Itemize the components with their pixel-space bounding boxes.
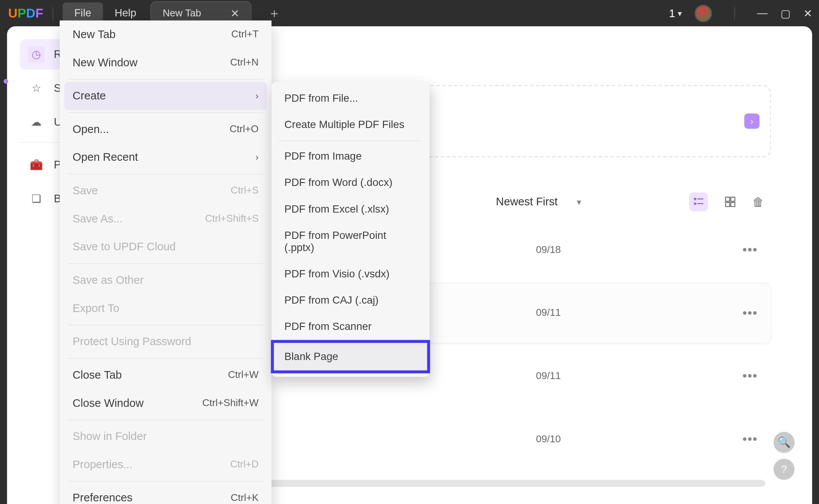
menu-item-save: SaveCtrl+S [60, 177, 272, 205]
svg-rect-4 [726, 197, 730, 202]
more-icon[interactable]: ••• [742, 369, 758, 384]
chevron-right-icon: › [256, 152, 259, 163]
chevron-right-icon: › [256, 91, 259, 101]
menu-item-open[interactable]: Open...Ctrl+O [60, 115, 272, 144]
notification-count[interactable]: 1 ▾ [669, 7, 681, 20]
menu-item-open-recent[interactable]: Open Recent› [60, 143, 272, 171]
menu-item-label: Close Tab [72, 369, 122, 382]
menu-item-label: Save [72, 184, 98, 197]
menu-item-label: Properties... [72, 458, 132, 471]
menu-item-label: Open... [72, 123, 109, 136]
menu-item-label: Export To [72, 302, 119, 315]
chevron-right-icon[interactable]: › [744, 114, 760, 129]
file-date: 09/10 [536, 434, 561, 445]
search-fab-icon[interactable]: 🔍 [774, 432, 795, 453]
bookmark-dot [3, 79, 8, 83]
chevron-down-icon: ▾ [678, 8, 682, 18]
svg-rect-0 [694, 198, 696, 200]
more-icon[interactable]: ••• [742, 432, 758, 447]
grid-view-icon[interactable] [721, 192, 739, 211]
app-logo: UPDF [8, 6, 43, 21]
file-date: 09/11 [536, 370, 561, 382]
svg-rect-7 [731, 202, 735, 206]
clock-icon: ◷ [28, 46, 45, 62]
svg-rect-5 [731, 197, 735, 202]
more-icon[interactable]: ••• [742, 306, 758, 321]
file-menu: New TabCtrl+TNew WindowCtrl+NCreate›Open… [60, 21, 272, 504]
maximize-icon[interactable]: ▢ [781, 7, 790, 20]
stack-icon: ❏ [28, 191, 45, 207]
submenu-item-pdf-from-excel-xlsx[interactable]: PDF from Excel (.xlsx) [272, 196, 430, 222]
new-tab-plus-icon[interactable]: ＋ [268, 5, 281, 22]
menu-item-label: Save As... [72, 213, 122, 226]
submenu-item-create-multiple-pdf-files[interactable]: Create Multiple PDF Files [272, 112, 430, 138]
submenu-separator [280, 141, 421, 141]
list-view-icon[interactable] [689, 192, 708, 211]
submenu-item-pdf-from-visio-vsdx[interactable]: PDF from Visio (.vsdx) [272, 261, 430, 287]
submenu-item-blank-page[interactable]: Blank Page [271, 340, 430, 373]
menu-separator [68, 419, 263, 420]
file-date: 09/11 [536, 307, 561, 319]
menu-item-show-in-folder: Show in Folder [60, 422, 272, 451]
submenu-item-pdf-from-word-docx[interactable]: PDF from Word (.docx) [272, 170, 430, 196]
menu-separator [68, 325, 263, 325]
menu-item-save-as: Save As...Ctrl+Shift+S [60, 205, 272, 233]
menu-shortcut: Ctrl+T [231, 29, 259, 40]
create-submenu: PDF from File...Create Multiple PDF File… [272, 82, 430, 377]
toolbox-icon: 🧰 [28, 157, 45, 173]
menu-item-label: Close Window [72, 397, 144, 410]
menu-separator [68, 112, 263, 113]
caret-down-icon: ▼ [575, 197, 583, 206]
svg-rect-2 [694, 202, 696, 205]
menu-item-close-tab[interactable]: Close TabCtrl+W [60, 361, 272, 389]
menu-item-label: New Window [72, 56, 137, 69]
menu-shortcut: Ctrl+S [231, 185, 259, 197]
menu-item-save-to-updf-cloud: Save to UPDF Cloud [60, 233, 272, 261]
menu-shortcut: Ctrl+W [228, 369, 259, 381]
close-window-icon[interactable]: ✕ [803, 7, 812, 20]
menu-shortcut: Ctrl+N [230, 57, 259, 69]
menu-item-label: New Tab [72, 28, 115, 41]
menu-item-label: Preferences [72, 491, 132, 504]
submenu-item-pdf-from-image[interactable]: PDF from Image [272, 143, 430, 170]
menu-item-preferences[interactable]: PreferencesCtrl+K [60, 484, 272, 504]
menu-shortcut: Ctrl+K [231, 492, 259, 504]
menu-item-export-to: Export To [60, 294, 272, 323]
menu-shortcut: Ctrl+Shift+S [205, 213, 259, 225]
menu-separator [68, 481, 263, 482]
menu-item-properties: Properties...Ctrl+D [60, 451, 272, 479]
close-icon[interactable]: ✕ [230, 7, 239, 20]
menu-item-save-as-other: Save as Other [60, 266, 272, 294]
menu-shortcut: Ctrl+Shift+W [202, 397, 259, 409]
menu-item-new-tab[interactable]: New TabCtrl+T [60, 21, 272, 49]
menu-separator [68, 263, 263, 264]
tab-label: New Tab [163, 8, 201, 19]
menu-item-create[interactable]: Create› [64, 82, 267, 110]
help-fab-icon[interactable]: ? [774, 459, 795, 480]
submenu-item-pdf-from-scanner[interactable]: PDF from Scanner [272, 314, 430, 340]
menu-item-label: Create [72, 90, 106, 102]
menu-shortcut: Ctrl+D [230, 459, 259, 470]
submenu-item-pdf-from-file[interactable]: PDF from File... [272, 85, 430, 112]
submenu-item-pdf-from-caj-caj[interactable]: PDF from CAJ (.caj) [272, 287, 430, 314]
minimize-icon[interactable]: — [757, 7, 768, 19]
menu-item-new-window[interactable]: New WindowCtrl+N [60, 48, 272, 77]
avatar[interactable] [694, 5, 712, 22]
separator [734, 7, 735, 20]
svg-rect-6 [726, 202, 730, 206]
file-date: 09/18 [536, 244, 561, 256]
more-icon[interactable]: ••• [742, 242, 758, 258]
trash-icon[interactable]: 🗑 [752, 195, 764, 208]
menu-item-label: Show in Folder [72, 430, 147, 443]
menu-item-label: Protect Using Password [72, 335, 191, 348]
menu-separator [68, 174, 263, 174]
menu-separator [68, 358, 263, 359]
submenu-item-pdf-from-powerpoint-pptx[interactable]: PDF from PowerPoint (.pptx) [272, 222, 430, 261]
sort-dropdown[interactable]: Newest First ▼ [496, 195, 583, 208]
separator [53, 7, 53, 20]
svg-rect-3 [697, 203, 703, 204]
svg-rect-1 [697, 198, 703, 200]
menu-item-close-window[interactable]: Close WindowCtrl+Shift+W [60, 389, 272, 417]
star-icon: ☆ [28, 80, 45, 96]
title-right: 1 ▾ — ▢ ✕ [669, 5, 812, 22]
